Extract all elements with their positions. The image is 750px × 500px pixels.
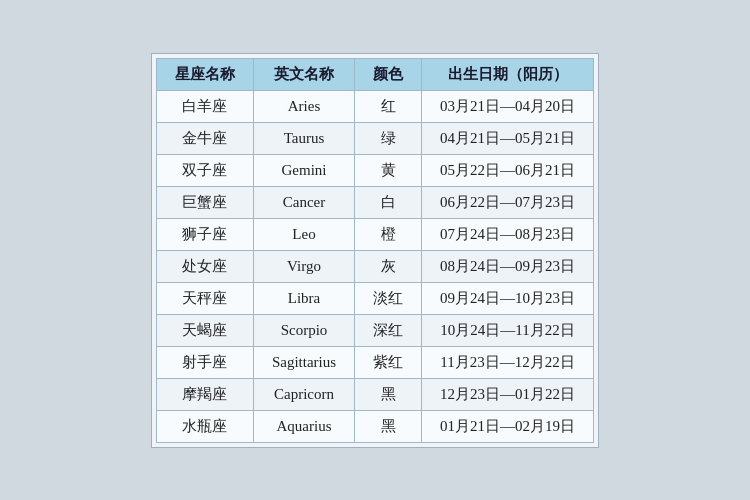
cell-date: 07月24日—08月23日 xyxy=(422,218,594,250)
cell-zh-name: 金牛座 xyxy=(156,122,253,154)
cell-color: 紫红 xyxy=(355,346,422,378)
cell-en-name: Aquarius xyxy=(253,410,354,442)
table-row: 金牛座Taurus绿04月21日—05月21日 xyxy=(156,122,593,154)
cell-zh-name: 处女座 xyxy=(156,250,253,282)
cell-date: 03月21日—04月20日 xyxy=(422,90,594,122)
cell-zh-name: 天蝎座 xyxy=(156,314,253,346)
table-row: 狮子座Leo橙07月24日—08月23日 xyxy=(156,218,593,250)
table-row: 射手座Sagittarius紫红11月23日—12月22日 xyxy=(156,346,593,378)
cell-en-name: Leo xyxy=(253,218,354,250)
cell-date: 12月23日—01月22日 xyxy=(422,378,594,410)
cell-color: 红 xyxy=(355,90,422,122)
cell-en-name: Aries xyxy=(253,90,354,122)
cell-zh-name: 白羊座 xyxy=(156,90,253,122)
cell-color: 绿 xyxy=(355,122,422,154)
cell-color: 黑 xyxy=(355,410,422,442)
zodiac-table-container: 星座名称 英文名称 颜色 出生日期（阳历） 白羊座Aries红03月21日—04… xyxy=(151,53,599,448)
cell-zh-name: 水瓶座 xyxy=(156,410,253,442)
header-en-name: 英文名称 xyxy=(253,58,354,90)
table-row: 摩羯座Capricorn黑12月23日—01月22日 xyxy=(156,378,593,410)
cell-color: 黑 xyxy=(355,378,422,410)
header-zh-name: 星座名称 xyxy=(156,58,253,90)
cell-date: 09月24日—10月23日 xyxy=(422,282,594,314)
table-row: 水瓶座Aquarius黑01月21日—02月19日 xyxy=(156,410,593,442)
table-row: 白羊座Aries红03月21日—04月20日 xyxy=(156,90,593,122)
cell-date: 01月21日—02月19日 xyxy=(422,410,594,442)
cell-en-name: Scorpio xyxy=(253,314,354,346)
cell-en-name: Libra xyxy=(253,282,354,314)
cell-date: 10月24日—11月22日 xyxy=(422,314,594,346)
cell-color: 黄 xyxy=(355,154,422,186)
cell-zh-name: 巨蟹座 xyxy=(156,186,253,218)
cell-zh-name: 狮子座 xyxy=(156,218,253,250)
cell-color: 橙 xyxy=(355,218,422,250)
table-row: 天秤座Libra淡红09月24日—10月23日 xyxy=(156,282,593,314)
zodiac-table: 星座名称 英文名称 颜色 出生日期（阳历） 白羊座Aries红03月21日—04… xyxy=(156,58,594,443)
cell-en-name: Capricorn xyxy=(253,378,354,410)
cell-color: 白 xyxy=(355,186,422,218)
cell-color: 淡红 xyxy=(355,282,422,314)
header-color: 颜色 xyxy=(355,58,422,90)
cell-color: 灰 xyxy=(355,250,422,282)
cell-en-name: Taurus xyxy=(253,122,354,154)
cell-en-name: Sagittarius xyxy=(253,346,354,378)
cell-zh-name: 天秤座 xyxy=(156,282,253,314)
cell-date: 04月21日—05月21日 xyxy=(422,122,594,154)
cell-en-name: Cancer xyxy=(253,186,354,218)
cell-date: 11月23日—12月22日 xyxy=(422,346,594,378)
cell-date: 05月22日—06月21日 xyxy=(422,154,594,186)
table-body: 白羊座Aries红03月21日—04月20日金牛座Taurus绿04月21日—0… xyxy=(156,90,593,442)
cell-zh-name: 射手座 xyxy=(156,346,253,378)
table-row: 双子座Gemini黄05月22日—06月21日 xyxy=(156,154,593,186)
table-row: 巨蟹座Cancer白06月22日—07月23日 xyxy=(156,186,593,218)
header-date: 出生日期（阳历） xyxy=(422,58,594,90)
cell-date: 06月22日—07月23日 xyxy=(422,186,594,218)
table-row: 处女座Virgo灰08月24日—09月23日 xyxy=(156,250,593,282)
cell-date: 08月24日—09月23日 xyxy=(422,250,594,282)
table-row: 天蝎座Scorpio深红10月24日—11月22日 xyxy=(156,314,593,346)
cell-color: 深红 xyxy=(355,314,422,346)
cell-zh-name: 摩羯座 xyxy=(156,378,253,410)
cell-en-name: Virgo xyxy=(253,250,354,282)
table-header-row: 星座名称 英文名称 颜色 出生日期（阳历） xyxy=(156,58,593,90)
cell-zh-name: 双子座 xyxy=(156,154,253,186)
cell-en-name: Gemini xyxy=(253,154,354,186)
